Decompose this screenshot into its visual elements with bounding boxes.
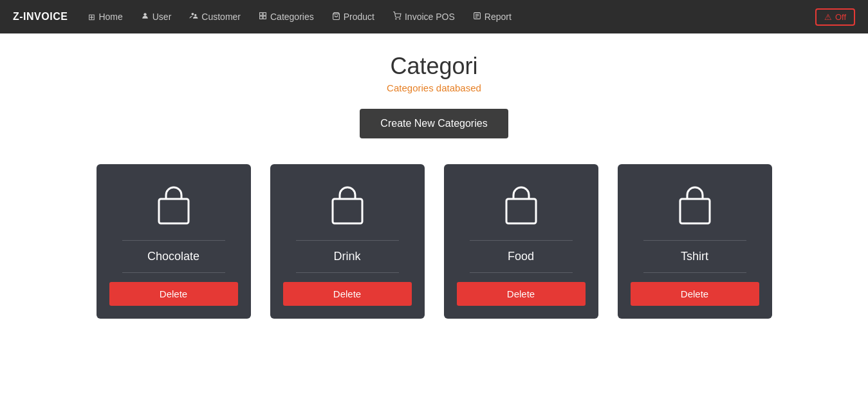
svg-rect-5	[260, 16, 263, 19]
nav-categories[interactable]: Categories	[251, 8, 322, 26]
nav-home[interactable]: ⊞ Home	[80, 8, 130, 26]
categories-grid: Chocolate Delete Drink Delete Food Dele	[97, 164, 772, 319]
invoice-pos-icon	[392, 12, 402, 22]
card-divider-bottom	[296, 272, 399, 273]
card-divider-top	[643, 240, 746, 241]
card-divider-top	[470, 240, 573, 241]
svg-point-0	[143, 13, 146, 15]
page-subtitle: Categories databased	[387, 82, 481, 93]
nav-report-label: Report	[485, 12, 512, 22]
svg-rect-3	[260, 13, 263, 15]
category-name-tshirt: Tshirt	[681, 250, 708, 263]
delete-button-tshirt[interactable]: Delete	[631, 282, 759, 306]
category-name-drink: Drink	[333, 250, 360, 263]
bag-icon	[499, 183, 544, 229]
delete-button-chocolate[interactable]: Delete	[109, 282, 238, 306]
nav-product[interactable]: Product	[324, 8, 382, 26]
category-card-chocolate: Chocolate Delete	[97, 164, 251, 319]
nav-product-label: Product	[344, 12, 374, 22]
off-button[interactable]: ⚠ Off	[815, 8, 855, 26]
brand: Z-INVOICE	[13, 11, 68, 23]
user-icon	[141, 12, 149, 22]
categories-icon	[259, 12, 267, 22]
customer-icon	[189, 12, 198, 22]
page-title: Categori	[390, 53, 477, 80]
svg-rect-17	[680, 199, 710, 223]
alert-icon: ⚠	[824, 12, 832, 22]
bag-icon	[151, 183, 196, 229]
nav-invoice-pos[interactable]: Invoice POS	[385, 8, 463, 26]
delete-button-food[interactable]: Delete	[457, 282, 586, 306]
nav-customer[interactable]: Customer	[181, 8, 248, 26]
category-card-drink: Drink Delete	[270, 164, 425, 319]
navbar: Z-INVOICE ⊞ Home User Customer Categorie…	[0, 0, 868, 33]
main-content: Categori Categories databased Create New…	[0, 33, 868, 394]
card-divider-top	[122, 240, 225, 241]
card-divider-bottom	[122, 272, 225, 273]
card-divider-bottom	[643, 272, 746, 273]
card-divider-top	[296, 240, 399, 241]
category-name-food: Food	[508, 250, 534, 263]
bag-icon	[325, 183, 370, 229]
report-icon	[473, 12, 481, 22]
svg-rect-15	[333, 199, 362, 223]
svg-rect-16	[506, 199, 536, 223]
category-card-tshirt: Tshirt Delete	[618, 164, 772, 319]
svg-point-9	[400, 19, 400, 19]
nav-customer-label: Customer	[201, 12, 241, 22]
nav-report[interactable]: Report	[465, 8, 519, 26]
svg-point-1	[192, 13, 194, 15]
delete-button-drink[interactable]: Delete	[283, 282, 412, 306]
create-categories-button[interactable]: Create New Categories	[360, 109, 508, 138]
svg-rect-4	[263, 13, 266, 15]
category-card-food: Food Delete	[444, 164, 598, 319]
svg-rect-14	[159, 199, 189, 223]
svg-point-8	[396, 19, 396, 19]
svg-point-2	[194, 14, 196, 16]
svg-rect-6	[263, 16, 266, 19]
category-name-chocolate: Chocolate	[147, 250, 199, 263]
card-divider-bottom	[470, 272, 573, 273]
nav-user[interactable]: User	[133, 8, 180, 26]
home-icon: ⊞	[88, 12, 95, 22]
bag-icon	[672, 183, 717, 229]
product-icon	[332, 12, 340, 23]
nav-home-label: Home	[98, 12, 122, 22]
nav-categories-label: Categories	[270, 12, 314, 22]
nav-user-label: User	[152, 12, 172, 22]
nav-invoice-pos-label: Invoice POS	[405, 12, 455, 22]
